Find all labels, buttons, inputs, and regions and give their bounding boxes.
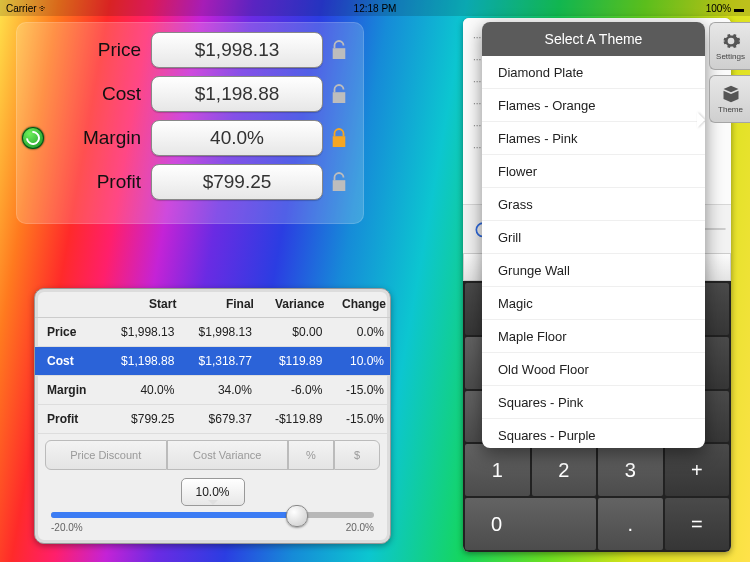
status-time: 12:18 PM: [86, 3, 664, 14]
theme-item[interactable]: Flames - Orange: [482, 89, 705, 122]
status-carrier: Carrier ᯤ: [0, 3, 86, 14]
slider-bubble: 10.0%: [181, 478, 245, 506]
margin-label: Margin: [46, 127, 151, 149]
col-blank: [35, 289, 103, 318]
gear-icon: [721, 31, 741, 51]
table-row[interactable]: Price$1,998.13$1,998.13$0.000.0%: [35, 318, 390, 347]
cell-start: 40.0%: [103, 376, 181, 405]
theme-item[interactable]: Squares - Purple: [482, 419, 705, 448]
cost-label: Cost: [46, 83, 151, 105]
status-battery: 100% ▬: [664, 3, 750, 14]
cell-variance: $119.89: [258, 347, 328, 376]
cell-change: -15.0%: [328, 376, 390, 405]
key-0[interactable]: 0: [465, 498, 596, 550]
cell-final: $1,998.13: [180, 318, 258, 347]
slider-max: 20.0%: [346, 522, 374, 533]
price-lock-icon[interactable]: [323, 39, 355, 61]
cell-final: 34.0%: [180, 376, 258, 405]
cell-variance: -6.0%: [258, 376, 328, 405]
theme-item-label: Flames - Pink: [498, 131, 577, 146]
theme-item-label: Old Wood Floor: [498, 362, 589, 377]
theme-item-label: Maple Floor: [498, 329, 567, 344]
key-1[interactable]: 1: [465, 444, 530, 496]
seg-dollar[interactable]: $: [334, 440, 380, 470]
theme-item-label: Grass: [498, 197, 533, 212]
key-2[interactable]: 2: [532, 444, 597, 496]
theme-popover: Select A Theme Diamond PlateFlames - Ora…: [482, 22, 705, 448]
cell-start: $1,198.88: [103, 347, 181, 376]
theme-item-label: Grill: [498, 230, 521, 245]
key-3[interactable]: 3: [598, 444, 663, 496]
cell-final: $1,318.77: [180, 347, 258, 376]
margin-field[interactable]: 40.0%: [151, 120, 323, 156]
side-toolbox: Settings Theme: [709, 22, 750, 128]
theme-item[interactable]: Grill: [482, 221, 705, 254]
cell-variance: -$119.89: [258, 405, 328, 434]
theme-label: Theme: [718, 105, 743, 114]
slider-min: -20.0%: [51, 522, 83, 533]
col-change: Change: [328, 289, 390, 318]
theme-item-label: Magic: [498, 296, 533, 311]
theme-item[interactable]: Grunge Wall: [482, 254, 705, 287]
analysis-segments: Price Discount Cost Variance % $: [45, 440, 380, 470]
col-final: Final: [180, 289, 258, 318]
analysis-panel: Start Final Variance Change Price$1,998.…: [34, 288, 391, 544]
cell-name: Cost: [35, 347, 103, 376]
box-icon: [721, 84, 741, 104]
key-+[interactable]: +: [665, 444, 730, 496]
seg-price-discount[interactable]: Price Discount: [45, 440, 167, 470]
theme-item-label: Diamond Plate: [498, 65, 583, 80]
theme-item-label: Squares - Purple: [498, 428, 596, 443]
cell-change: -15.0%: [328, 405, 390, 434]
cell-start: $1,998.13: [103, 318, 181, 347]
seg-percent[interactable]: %: [288, 440, 334, 470]
key-.[interactable]: .: [598, 498, 663, 550]
popover-title: Select A Theme: [482, 22, 705, 56]
theme-list: Diamond PlateFlames - OrangeFlames - Pin…: [482, 56, 705, 448]
cell-name: Margin: [35, 376, 103, 405]
cell-change: 10.0%: [328, 347, 390, 376]
table-row[interactable]: Profit$799.25$679.37-$119.89-15.0%: [35, 405, 390, 434]
theme-item[interactable]: Maple Floor: [482, 320, 705, 353]
slider-fill: [51, 512, 296, 518]
theme-item[interactable]: Diamond Plate: [482, 56, 705, 89]
theme-button[interactable]: Theme: [709, 75, 750, 123]
cost-lock-icon[interactable]: [323, 83, 355, 105]
theme-item[interactable]: Magic: [482, 287, 705, 320]
profit-label: Profit: [46, 171, 151, 193]
margin-lock-icon[interactable]: [323, 127, 355, 149]
profit-lock-icon[interactable]: [323, 171, 355, 193]
status-bar: Carrier ᯤ 12:18 PM 100% ▬: [0, 0, 750, 16]
key-=[interactable]: =: [665, 498, 730, 550]
cost-field[interactable]: $1,198.88: [151, 76, 323, 112]
theme-item-label: Grunge Wall: [498, 263, 570, 278]
price-field[interactable]: $1,998.13: [151, 32, 323, 68]
seg-cost-variance[interactable]: Cost Variance: [167, 440, 289, 470]
profit-field[interactable]: $799.25: [151, 164, 323, 200]
fields-panel: Price $1,998.13 Cost $1,198.88 Margin 40…: [16, 22, 364, 224]
theme-item[interactable]: Flames - Pink: [482, 122, 705, 155]
variance-slider[interactable]: 10.0% -20.0% 20.0%: [51, 482, 374, 528]
theme-item[interactable]: Grass: [482, 188, 705, 221]
cell-name: Price: [35, 318, 103, 347]
table-row[interactable]: Cost$1,198.88$1,318.77$119.8910.0%: [35, 347, 390, 376]
settings-button[interactable]: Settings: [709, 22, 750, 70]
cell-start: $799.25: [103, 405, 181, 434]
analysis-table: Start Final Variance Change Price$1,998.…: [35, 289, 390, 434]
col-start: Start: [103, 289, 181, 318]
col-variance: Variance: [258, 289, 328, 318]
theme-item-label: Flower: [498, 164, 537, 179]
settings-label: Settings: [716, 52, 745, 61]
theme-item[interactable]: Squares - Pink: [482, 386, 705, 419]
theme-item[interactable]: Old Wood Floor: [482, 353, 705, 386]
cell-final: $679.37: [180, 405, 258, 434]
cell-name: Profit: [35, 405, 103, 434]
theme-item-label: Flames - Orange: [498, 98, 596, 113]
theme-item[interactable]: Flower: [482, 155, 705, 188]
cell-change: 0.0%: [328, 318, 390, 347]
theme-item-label: Squares - Pink: [498, 395, 583, 410]
cycle-icon[interactable]: [20, 127, 46, 149]
cell-variance: $0.00: [258, 318, 328, 347]
table-row[interactable]: Margin40.0%34.0%-6.0%-15.0%: [35, 376, 390, 405]
price-label: Price: [46, 39, 151, 61]
